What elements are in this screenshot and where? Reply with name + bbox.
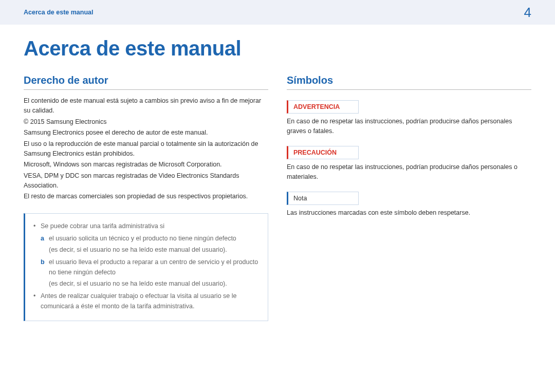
copyright-para: Microsoft, Windows son marcas registrada… (24, 160, 268, 170)
note-b2-text: Antes de realizar cualquier trabajo o ef… (41, 291, 260, 311)
copyright-para: Samsung Electronics posee el derecho de … (24, 128, 268, 138)
bullet-icon: • (33, 221, 41, 231)
symbol-caution-text: En caso de no respetar las instrucciones… (287, 162, 531, 182)
heading-symbols: Símbolos (287, 74, 531, 90)
column-left: Derecho de autor El contenido de este ma… (24, 74, 268, 321)
copyright-para: VESA, DPM y DDC son marcas registradas d… (24, 171, 268, 191)
note-a-text: el usuario solicita un técnico y el prod… (49, 233, 236, 244)
columns: Derecho de autor El contenido de este ma… (24, 74, 531, 321)
note-b-text: el usuario lleva el producto a reparar a… (49, 257, 260, 277)
note-a-par: (es decir, si el usuario no se ha leído … (49, 245, 260, 255)
manual-page: Acerca de este manual 4 Acerca de este m… (0, 0, 555, 392)
page-header: Acerca de este manual 4 (0, 0, 555, 25)
copyright-para: El contenido de este manual está sujeto … (24, 96, 268, 116)
symbol-warning-label: ADVERTENCIA (287, 100, 359, 114)
symbol-note-text: Las instrucciones marcadas con este símb… (287, 208, 531, 218)
copyright-para: El uso o la reproducción de este manual … (24, 139, 268, 159)
list-item: b el usuario lleva el producto a reparar… (41, 257, 260, 277)
list-letter-a: a (41, 233, 49, 244)
admin-fee-notebox: • Se puede cobrar una tarifa administrat… (24, 213, 268, 321)
page-title: Acerca de este manual (24, 37, 531, 60)
bullet-icon: • (33, 291, 41, 311)
list-item: • Antes de realizar cualquier trabajo o … (33, 291, 260, 311)
note-b-par: (es decir, si el usuario no se ha leído … (49, 278, 260, 289)
list-item: a el usuario solicita un técnico y el pr… (41, 233, 260, 244)
note-intro: Se puede cobrar una tarifa administrativ… (41, 221, 164, 231)
list-item: • Se puede cobrar una tarifa administrat… (33, 221, 260, 231)
breadcrumb[interactable]: Acerca de este manual (24, 9, 94, 16)
heading-copyright: Derecho de autor (24, 74, 268, 90)
page-content: Acerca de este manual Derecho de autor E… (0, 25, 555, 321)
symbol-warning-text: En caso de no respetar las instrucciones… (287, 117, 531, 137)
list-letter-b: b (41, 257, 49, 277)
copyright-para: El resto de marcas comerciales son propi… (24, 192, 268, 201)
symbol-caution-label: PRECAUCIÓN (287, 146, 359, 159)
page-number: 4 (524, 5, 531, 21)
symbol-note-label: Nota (287, 192, 359, 205)
copyright-para: © 2015 Samsung Electronics (24, 117, 268, 127)
column-right: Símbolos ADVERTENCIA En caso de no respe… (287, 74, 531, 321)
